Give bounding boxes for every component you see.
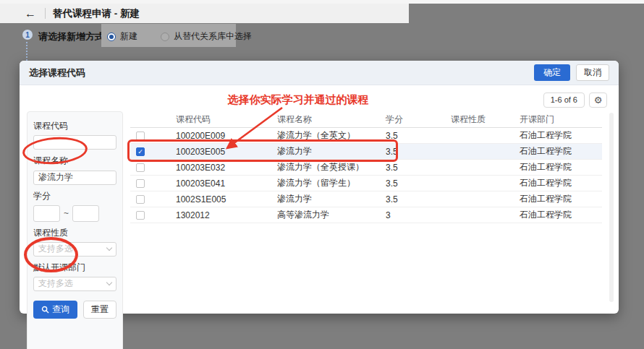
cell-credits: 3.5	[380, 147, 445, 157]
table-row[interactable]: 100203E041 渗流力学（留学生） 3.5 石油工程学院	[130, 176, 602, 191]
chevron-down-icon	[106, 280, 112, 285]
checkbox[interactable]	[136, 211, 145, 220]
annotation-text: 选择你实际学习并通过的课程	[182, 93, 414, 107]
radio-unselected-icon[interactable]	[161, 33, 169, 41]
table-header-row: 课程代码 课程名称 学分 课程性质 开课部门	[130, 111, 602, 128]
cell-department: 石油工程学院	[514, 129, 602, 142]
table-row[interactable]: 1302012 高等渗流力学 3 石油工程学院	[130, 207, 602, 223]
course-nature-placeholder: 支持多选	[38, 243, 73, 255]
course-code-input[interactable]	[33, 135, 116, 150]
table-row[interactable]: 100203E032 渗流力学（全英授课） 3.5 石油工程学院	[130, 160, 602, 176]
pagination-range: 1-6 of 6	[543, 92, 585, 108]
dialog-title: 选择课程代码	[29, 66, 534, 79]
credits-label: 学分	[33, 190, 116, 202]
cell-course-code: 100200E009	[170, 131, 271, 141]
cell-credits: 3	[380, 210, 445, 220]
radio-option-library-label: 从替代关系库中选择	[174, 30, 252, 43]
search-icon	[41, 306, 49, 314]
header-course-code: 课程代码	[170, 113, 271, 126]
header-department: 开课部门	[514, 113, 602, 126]
header-course-nature: 课程性质	[445, 113, 514, 126]
cell-course-name: 渗流力学（全英授课）	[271, 161, 380, 173]
course-table: 课程代码 课程名称 学分 课程性质 开课部门 100200E009 渗流力学（全…	[130, 111, 602, 223]
search-button[interactable]: 查询	[33, 301, 77, 319]
cell-department: 石油工程学院	[514, 193, 602, 205]
radio-selected-icon[interactable]	[107, 33, 116, 41]
course-nature-label: 课程性质	[33, 227, 116, 239]
header-credits: 学分	[380, 113, 445, 126]
table-row[interactable]: 1002S1E005 渗流力学 3.5 石油工程学院	[130, 191, 602, 207]
page-title: 替代课程申请 - 新建	[53, 7, 140, 20]
chevron-down-icon	[106, 245, 112, 251]
department-placeholder: 支持多选	[38, 277, 73, 290]
filter-panel: 课程代码 课程名称 学分 ~ 课程性质 支持多选 默认开课部门 支持多选	[27, 111, 123, 349]
step-number-badge: 1	[22, 30, 33, 40]
cell-course-code: 100203E005	[170, 147, 271, 157]
cell-department: 石油工程学院	[514, 209, 602, 221]
cell-course-name: 高等渗流力学	[271, 209, 380, 221]
step-label: 请选择新增方式	[38, 30, 104, 43]
radio-option-library[interactable]: 从替代关系库中选择	[161, 30, 252, 43]
app-header: ← 替代课程申请 - 新建	[0, 4, 409, 23]
credits-max-input[interactable]	[72, 205, 99, 222]
cell-course-name: 渗流力学	[271, 145, 380, 158]
cell-course-name: 渗流力学	[271, 193, 380, 205]
confirm-button[interactable]: 确定	[534, 64, 570, 81]
cell-course-code: 100203E032	[170, 163, 271, 173]
back-icon[interactable]: ←	[25, 7, 36, 20]
cell-course-name: 渗流力学（留学生）	[271, 177, 380, 189]
select-course-code-dialog: 选择课程代码 确定 取消 1-6 of 6 ⚙ 选择你实际学习并通过的课程 课程…	[20, 61, 619, 314]
cell-department: 石油工程学院	[514, 161, 602, 173]
cell-course-code: 100203E041	[170, 178, 271, 189]
cell-credits: 3.5	[380, 194, 445, 204]
cell-credits: 3.5	[380, 163, 445, 173]
course-name-input[interactable]	[33, 171, 116, 185]
cell-department: 石油工程学院	[514, 145, 602, 158]
search-button-label: 查询	[52, 303, 69, 316]
header-course-name: 课程名称	[271, 113, 380, 126]
checkbox[interactable]	[136, 179, 145, 188]
checkbox[interactable]	[136, 163, 145, 172]
checkbox-checked-icon[interactable]: ✓	[136, 147, 145, 156]
radio-option-new[interactable]: 新建	[107, 30, 137, 43]
credits-min-input[interactable]	[33, 205, 60, 222]
radio-option-new-label: 新建	[120, 30, 137, 43]
gear-icon[interactable]: ⚙	[589, 92, 607, 108]
course-nature-select[interactable]: 支持多选	[33, 242, 116, 257]
cell-credits: 3.5	[380, 178, 445, 189]
dialog-header: 选择课程代码 确定 取消	[20, 61, 619, 85]
cancel-button[interactable]: 取消	[576, 64, 609, 81]
header-divider	[45, 8, 46, 19]
cell-course-code: 1002S1E005	[170, 194, 271, 204]
table-row[interactable]: 100200E009 渗流力学（全英文） 3.5 石油工程学院	[130, 128, 602, 144]
credits-range: ~	[33, 205, 116, 222]
cell-credits: 3.5	[380, 131, 445, 141]
department-label: 默认开课部门	[33, 262, 116, 274]
step-connector-line	[26, 42, 27, 61]
pagination-bar: 1-6 of 6 ⚙	[543, 92, 607, 108]
cell-course-name: 渗流力学（全英文）	[271, 129, 380, 142]
course-code-label: 课程代码	[33, 120, 116, 132]
scrollbar-track[interactable]	[609, 113, 614, 302]
screen: ← 替代课程申请 - 新建 1 请选择新增方式 新建 从替代关系库中选择 选择课…	[0, 0, 644, 349]
credits-separator: ~	[64, 208, 69, 218]
department-select[interactable]: 支持多选	[33, 277, 116, 291]
table-row-selected[interactable]: ✓ 100203E005 渗流力学 3.5 石油工程学院	[130, 144, 602, 160]
course-name-label: 课程名称	[33, 155, 116, 167]
checkbox[interactable]	[136, 195, 145, 204]
checkbox[interactable]	[136, 132, 145, 140]
cell-department: 石油工程学院	[514, 177, 602, 189]
cell-course-code: 1302012	[170, 210, 271, 220]
reset-button[interactable]: 重置	[83, 301, 116, 319]
filter-buttons: 查询 重置	[33, 301, 116, 319]
